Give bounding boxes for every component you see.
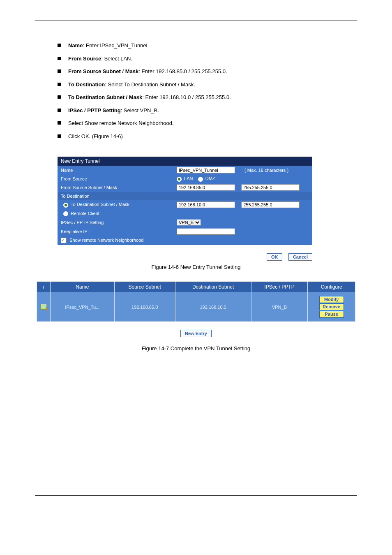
bullet-item: Select Show remote Network Neighborhood. bbox=[58, 119, 357, 127]
col-ipsec: IPSec / PPTP bbox=[251, 282, 308, 292]
keep-alive-input[interactable] bbox=[177, 228, 235, 235]
new-entry-tunnel-form: New Entry Tunnel Name ( Max. 16 characte… bbox=[58, 157, 312, 245]
col-name: Name bbox=[51, 282, 115, 292]
to-destination-header: To Destination bbox=[58, 192, 312, 200]
from-source-label: From Source bbox=[58, 175, 174, 183]
row-ipsec: VPN_B bbox=[251, 292, 308, 321]
from-subnet-ip-input[interactable] bbox=[177, 184, 235, 191]
ok-button[interactable]: OK bbox=[267, 253, 283, 261]
from-source-dmz-label: DMZ bbox=[205, 176, 215, 181]
figure-caption-2: Figure 14-7 Complete the VPN Tunnel Sett… bbox=[35, 345, 357, 352]
new-entry-button[interactable]: New Entry bbox=[180, 330, 212, 337]
col-i: i bbox=[37, 282, 51, 292]
col-cfg: Configure bbox=[308, 282, 355, 292]
bullet-text: Name: Enter IPSec_VPN_Tunnel. bbox=[68, 42, 149, 50]
bullet-item: From Source: Select LAN. bbox=[58, 55, 357, 63]
modify-button[interactable]: Modify bbox=[319, 296, 344, 303]
pause-button[interactable]: Pause bbox=[319, 311, 344, 318]
bullet-text: From Source Subnet / Mask: Enter 192.168… bbox=[68, 67, 227, 76]
square-bullet-icon bbox=[58, 121, 61, 125]
bullet-item: From Source Subnet / Mask: Enter 192.168… bbox=[58, 67, 357, 76]
bullet-item: Click OK. (Figure 14-6) bbox=[58, 132, 357, 141]
bullet-text: Select Show remote Network Neighborhood. bbox=[68, 119, 174, 127]
remote-client-label: Remote Client bbox=[71, 211, 99, 216]
bullet-text: IPSec / PPTP Setting: Select VPN_B. bbox=[68, 106, 159, 115]
row-source: 192.168.85.0 bbox=[114, 292, 175, 321]
remove-button[interactable]: Remove bbox=[319, 303, 344, 310]
ipsec-pptp-label: IPSec / PPTP Setting bbox=[58, 218, 174, 227]
to-subnet-mask-input[interactable] bbox=[241, 201, 300, 208]
name-label: Name bbox=[58, 166, 174, 175]
from-subnet-mask-input[interactable] bbox=[241, 184, 300, 191]
from-source-dmz-radio[interactable] bbox=[198, 177, 203, 182]
to-subnet-ip-input[interactable] bbox=[177, 201, 235, 208]
bullet-item: To Destination Subnet / Mask: Enter 192.… bbox=[58, 93, 357, 102]
bullet-text: From Source: Select LAN. bbox=[68, 55, 132, 63]
bullet-text: Click OK. (Figure 14-6) bbox=[68, 132, 123, 141]
to-dest-subnet-radio[interactable] bbox=[63, 203, 68, 208]
row-name: IPsec_VPN_Tu... bbox=[51, 292, 115, 321]
row-dest: 192.168.10.0 bbox=[175, 292, 251, 321]
summary-table: i Name Source Subnet Destination Subnet … bbox=[37, 282, 355, 321]
bullet-list: Name: Enter IPSec_VPN_Tunnel.From Source… bbox=[58, 42, 357, 140]
col-dest: Destination Subnet bbox=[175, 282, 251, 292]
remote-client-radio[interactable] bbox=[63, 211, 68, 216]
bullet-item: Name: Enter IPSec_VPN_Tunnel. bbox=[58, 42, 357, 50]
cancel-button[interactable]: Cancel bbox=[288, 253, 312, 261]
square-bullet-icon bbox=[58, 44, 61, 47]
from-source-lan-label: LAN bbox=[184, 176, 193, 181]
bullet-text: To Destination: Select To Destination Su… bbox=[68, 81, 195, 89]
bullet-text: To Destination Subnet / Mask: Enter 192.… bbox=[68, 93, 231, 102]
figure-caption-1: Figure 14-6 New Entry Tunnel Setting bbox=[35, 264, 357, 270]
tunnel-icon bbox=[40, 304, 47, 310]
col-source: Source Subnet bbox=[114, 282, 175, 292]
square-bullet-icon bbox=[58, 69, 61, 73]
from-source-lan-radio[interactable] bbox=[177, 177, 182, 182]
bullet-item: IPSec / PPTP Setting: Select VPN_B. bbox=[58, 106, 357, 115]
square-bullet-icon bbox=[58, 109, 61, 112]
bullet-item: To Destination: Select To Destination Su… bbox=[58, 81, 357, 89]
from-subnet-label: From Source Subnet / Mask bbox=[58, 183, 174, 192]
ipsec-pptp-select[interactable]: VPN_B bbox=[177, 219, 201, 226]
show-remote-label: Show remote Network Neighborhood bbox=[69, 238, 143, 243]
square-bullet-icon bbox=[58, 134, 61, 138]
square-bullet-icon bbox=[58, 83, 61, 86]
form-header: New Entry Tunnel bbox=[58, 157, 312, 166]
name-hint: ( Max. 16 characters ) bbox=[236, 168, 288, 173]
square-bullet-icon bbox=[58, 57, 61, 60]
square-bullet-icon bbox=[58, 95, 61, 99]
name-input[interactable] bbox=[177, 167, 235, 173]
keep-alive-label: Keep alive IP : bbox=[58, 227, 174, 236]
show-remote-checkbox[interactable] bbox=[61, 238, 67, 243]
to-dest-subnet-label: To Destination Subnet / Mask bbox=[71, 202, 129, 207]
